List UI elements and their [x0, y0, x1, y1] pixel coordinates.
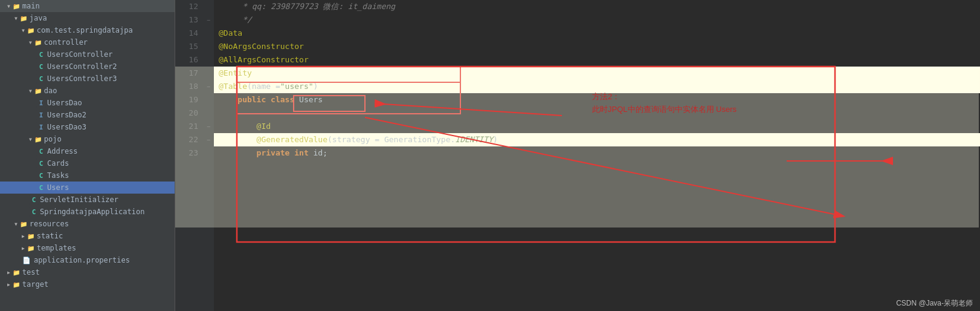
- class-icon: C: [29, 195, 39, 205]
- tree-label: java: [30, 14, 47, 22]
- tree-item-controller[interactable]: ▼ 📁 controller: [0, 36, 175, 48]
- tree-label: controller: [44, 38, 88, 47]
- tree-item-Users[interactable]: C Users: [0, 182, 175, 194]
- tree-label: UsersDao3: [47, 123, 86, 131]
- expand-icon: ▼: [15, 221, 18, 227]
- tree-label: com.test.springdatajpa: [37, 26, 133, 34]
- tree-item-Cards[interactable]: C Cards: [0, 157, 175, 169]
- folder-icon: 📁: [33, 134, 43, 144]
- folder-icon: 📁: [26, 243, 36, 253]
- tree-label: Tasks: [47, 171, 69, 180]
- expand-icon: ▼: [29, 137, 32, 142]
- class-icon: C: [29, 207, 39, 217]
- tree-label: dao: [44, 87, 57, 95]
- line-numbers: 12 13 14 15 16 17 18 19 20 21 22 23: [175, 0, 203, 311]
- expand-icon: ▼: [29, 40, 32, 45]
- tree-label: UsersController: [47, 50, 112, 59]
- class-icon: C: [36, 159, 46, 168]
- tree-label: target: [22, 280, 48, 289]
- fold-column: − − − −: [203, 0, 214, 311]
- folder-icon: 📁: [33, 86, 43, 96]
- code-line-17: @Entity: [214, 67, 980, 80]
- code-line-22: @GeneratedValue(strategy = GenerationTyp…: [214, 133, 980, 146]
- tree-item-UsersDao3[interactable]: I UsersDao3: [0, 121, 175, 133]
- tree-label: Address: [47, 147, 78, 156]
- interface-icon: I: [36, 110, 46, 120]
- folder-icon: 📁: [26, 25, 36, 35]
- tree-label: static: [37, 232, 63, 240]
- code-line-21: @Id: [214, 120, 980, 133]
- tree-item-main[interactable]: ▼ 📁 main: [0, 0, 175, 12]
- tree-item-UsersController3[interactable]: C UsersController3: [0, 73, 175, 85]
- class-icon: C: [36, 146, 46, 156]
- folder-icon: 📁: [19, 13, 28, 23]
- expand-icon: ▼: [7, 4, 10, 9]
- tree-item-application-properties[interactable]: 📄 application.properties: [0, 254, 175, 266]
- tree-item-java[interactable]: ▼ 📁 java: [0, 12, 175, 24]
- folder-icon: 📁: [19, 219, 28, 229]
- file-icon: 📄: [22, 255, 31, 265]
- class-icon: C: [36, 74, 46, 83]
- tree-item-SpringdatajpaApplication[interactable]: C SpringdatajpaApplication: [0, 206, 175, 218]
- tree-item-UsersController2[interactable]: C UsersController2: [0, 61, 175, 73]
- tree-label: UsersDao: [47, 99, 82, 107]
- tree-label: ServletInitializer: [40, 195, 118, 204]
- code-line-16: @AllArgsConstructor: [214, 53, 980, 67]
- tree-label: resources: [30, 220, 69, 228]
- code-line-23: private int id;: [214, 146, 980, 160]
- class-icon: C: [36, 62, 46, 71]
- folder-icon: 📁: [11, 267, 21, 277]
- tree-item-dao[interactable]: ▼ 📁 dao: [0, 85, 175, 97]
- tree-item-templates[interactable]: ▶ 📁 templates: [0, 242, 175, 254]
- expand-icon: ▼: [22, 28, 25, 33]
- folder-icon: 📁: [11, 280, 21, 289]
- folder-icon: 📁: [26, 231, 36, 241]
- folder-icon: 📁: [33, 38, 43, 47]
- folder-icon: 📁: [11, 1, 21, 11]
- tree-label: UsersController3: [47, 74, 117, 83]
- tree-label: application.properties: [34, 256, 130, 264]
- watermark: CSDN @Java-呆萌老师: [896, 298, 973, 309]
- expand-icon: ▶: [7, 270, 10, 275]
- file-tree[interactable]: ▼ 📁 main ▼ 📁 java ▼ 📁 com.test.springdat…: [0, 0, 175, 311]
- class-icon: C: [36, 171, 46, 180]
- expand-icon: ▼: [15, 16, 18, 21]
- tree-label: UsersController2: [47, 62, 117, 71]
- code-line-12: * qq: 2398779723 微信: it_daimeng: [214, 0, 980, 13]
- tree-label: UsersDao2: [47, 111, 86, 119]
- tree-label: test: [22, 268, 40, 277]
- tree-label: Users: [47, 183, 69, 192]
- class-icon: C: [36, 183, 46, 192]
- expand-icon: ▶: [22, 234, 25, 239]
- interface-icon: I: [36, 122, 46, 132]
- code-line-19: public class Users: [214, 93, 980, 106]
- expand-icon: ▶: [7, 282, 10, 287]
- tree-label: Cards: [47, 159, 69, 168]
- code-line-20: [214, 106, 980, 120]
- expand-icon: ▼: [29, 88, 32, 94]
- expand-icon: ▶: [22, 246, 25, 251]
- tree-label: SpringdatajpaApplication: [40, 208, 144, 216]
- tree-item-Tasks[interactable]: C Tasks: [0, 169, 175, 182]
- tree-item-UsersDao2[interactable]: I UsersDao2: [0, 109, 175, 121]
- tree-item-pojo[interactable]: ▼ 📁 pojo: [0, 133, 175, 145]
- tree-label: templates: [37, 244, 76, 252]
- tree-item-test[interactable]: ▶ 📁 test: [0, 266, 175, 278]
- code-line-18: @Table(name = "users"): [214, 80, 980, 93]
- tree-item-static[interactable]: ▶ 📁 static: [0, 230, 175, 242]
- code-editor: 12 13 14 15 16 17 18 19 20 21 22 23 − − …: [175, 0, 980, 311]
- tree-item-resources[interactable]: ▼ 📁 resources: [0, 218, 175, 230]
- tree-label: main: [22, 2, 40, 10]
- tree-item-UsersDao[interactable]: I UsersDao: [0, 97, 175, 109]
- tree-item-UsersController[interactable]: C UsersController: [0, 48, 175, 61]
- tree-item-ServletInitializer[interactable]: C ServletInitializer: [0, 194, 175, 206]
- interface-icon: I: [36, 98, 46, 108]
- code-content[interactable]: * qq: 2398779723 微信: it_daimeng */ @Data…: [214, 0, 980, 311]
- tree-item-com[interactable]: ▼ 📁 com.test.springdatajpa: [0, 24, 175, 36]
- tree-item-target[interactable]: ▶ 📁 target: [0, 278, 175, 290]
- code-line-14: @Data: [214, 27, 980, 40]
- code-line-15: @NoArgsConstructor: [214, 40, 980, 53]
- class-icon: C: [36, 50, 46, 59]
- tree-label: pojo: [44, 135, 62, 143]
- tree-item-Address[interactable]: C Address: [0, 145, 175, 157]
